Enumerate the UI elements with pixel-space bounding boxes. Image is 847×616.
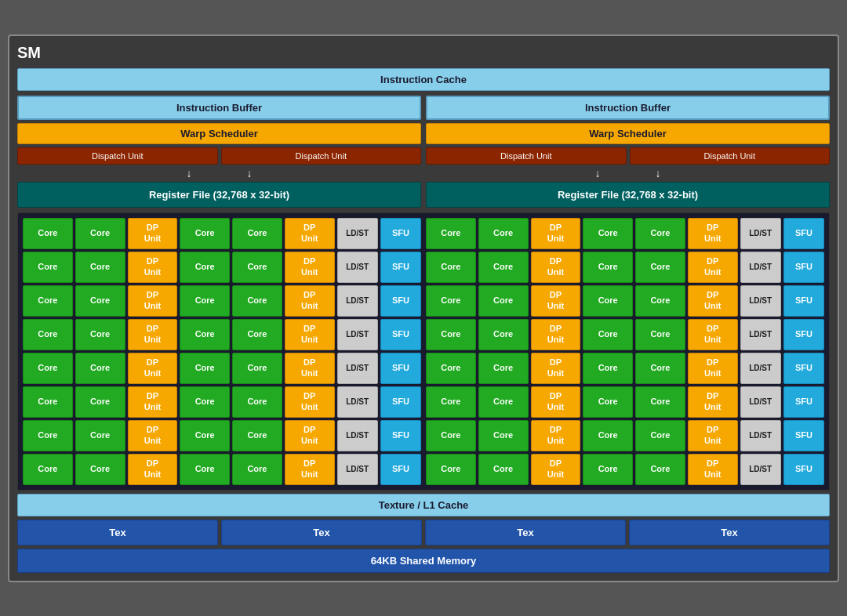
sfu: SFU <box>380 386 421 418</box>
dp-unit: DPUnit <box>285 252 335 283</box>
core: Core <box>478 218 529 249</box>
sfu: SFU <box>380 285 421 317</box>
left-row-8: Core Core DPUnit Core Core DPUnit LD/ST … <box>23 454 421 485</box>
core: Core <box>75 218 125 249</box>
right-cores: Core Core DPUnit Core Core DPUnit LD/ST … <box>426 218 824 485</box>
left-half: Instruction Buffer Warp Scheduler Dispat… <box>17 96 421 208</box>
dp-unit: DPUnit <box>688 454 738 485</box>
core: Core <box>23 454 73 485</box>
sfu: SFU <box>783 353 824 384</box>
ldst: LD/ST <box>337 454 378 485</box>
core: Core <box>583 353 633 384</box>
dp-unit: DPUnit <box>531 252 581 283</box>
left-row-2: Core Core DPUnit Core Core DPUnit LD/ST … <box>23 252 421 283</box>
core: Core <box>426 386 476 418</box>
left-warp-scheduler: Warp Scheduler <box>17 123 421 144</box>
dp-unit: DPUnit <box>285 386 335 418</box>
core: Core <box>478 319 529 350</box>
instruction-cache: Instruction Cache <box>17 68 830 91</box>
left-row-5: Core Core DPUnit Core Core DPUnit LD/ST … <box>23 353 421 384</box>
ldst: LD/ST <box>740 218 781 249</box>
core: Core <box>232 285 282 317</box>
core: Core <box>23 319 73 350</box>
core: Core <box>75 252 125 283</box>
dp-unit: DPUnit <box>128 353 178 384</box>
dp-unit: DPUnit <box>531 319 581 350</box>
core: Core <box>23 218 73 249</box>
core: Core <box>426 319 476 350</box>
core: Core <box>478 252 529 283</box>
core: Core <box>426 218 476 249</box>
right-row-8: Core Core DPUnit Core Core DPUnit LD/ST … <box>426 454 824 485</box>
dp-unit: DPUnit <box>285 353 335 384</box>
core: Core <box>232 353 282 384</box>
core: Core <box>232 454 282 485</box>
dp-unit: DPUnit <box>285 420 335 451</box>
two-halves: Instruction Buffer Warp Scheduler Dispat… <box>17 96 830 208</box>
core: Core <box>180 252 230 283</box>
ldst: LD/ST <box>337 285 378 317</box>
core: Core <box>583 420 633 451</box>
core: Core <box>583 285 633 317</box>
dp-unit: DPUnit <box>285 319 335 350</box>
tex-4: Tex <box>629 520 830 545</box>
core: Core <box>635 454 685 485</box>
right-row-1: Core Core DPUnit Core Core DPUnit LD/ST … <box>426 218 824 249</box>
dp-unit: DPUnit <box>688 386 738 418</box>
core: Core <box>180 353 230 384</box>
right-instruction-buffer: Instruction Buffer <box>426 96 830 120</box>
core: Core <box>583 319 633 350</box>
core: Core <box>478 353 529 384</box>
dp-unit: DPUnit <box>688 285 738 317</box>
core: Core <box>180 454 230 485</box>
ldst: LD/ST <box>740 454 781 485</box>
core: Core <box>75 454 125 485</box>
core: Core <box>23 386 73 418</box>
core: Core <box>23 420 73 451</box>
dp-unit: DPUnit <box>688 420 738 451</box>
right-row-2: Core Core DPUnit Core Core DPUnit LD/ST … <box>426 252 824 283</box>
left-dispatch-unit-1: Dispatch Unit <box>17 147 218 165</box>
core: Core <box>232 319 282 350</box>
dp-unit: DPUnit <box>688 218 738 249</box>
core: Core <box>478 420 529 451</box>
core: Core <box>426 353 476 384</box>
dp-unit: DPUnit <box>128 285 178 317</box>
sm-container: SM Instruction Cache Instruction Buffer … <box>8 34 839 582</box>
left-dispatch-unit-2: Dispatch Unit <box>221 147 422 165</box>
sfu: SFU <box>380 454 421 485</box>
ldst: LD/ST <box>740 285 781 317</box>
ldst: LD/ST <box>337 218 378 249</box>
bottom-section: Texture / L1 Cache Tex Tex Tex Tex 64KB … <box>17 494 830 573</box>
left-register-file: Register File (32,768 x 32-bit) <box>17 182 421 208</box>
core: Core <box>426 252 476 283</box>
core: Core <box>23 285 73 317</box>
left-dispatch-row: Dispatch Unit Dispatch Unit <box>17 147 421 165</box>
core: Core <box>635 218 685 249</box>
right-dispatch-unit-2: Dispatch Unit <box>630 147 831 165</box>
right-register-file: Register File (32,768 x 32-bit) <box>426 182 830 208</box>
tex-2: Tex <box>221 520 422 545</box>
tex-3: Tex <box>425 520 626 545</box>
sfu: SFU <box>380 353 421 384</box>
dp-unit: DPUnit <box>285 454 335 485</box>
sfu: SFU <box>783 285 824 317</box>
right-half: Instruction Buffer Warp Scheduler Dispat… <box>426 96 830 208</box>
sfu: SFU <box>380 420 421 451</box>
sfu: SFU <box>783 454 824 485</box>
sfu: SFU <box>783 252 824 283</box>
ldst: LD/ST <box>337 386 378 418</box>
main-grid-area: Core Core DPUnit Core Core DPUnit LD/ST … <box>17 212 830 491</box>
right-row-6: Core Core DPUnit Core Core DPUnit LD/ST … <box>426 386 824 418</box>
core: Core <box>635 420 685 451</box>
shared-memory: 64KB Shared Memory <box>17 549 830 573</box>
core: Core <box>180 319 230 350</box>
left-row-4: Core Core DPUnit Core Core DPUnit LD/ST … <box>23 319 421 350</box>
left-instruction-buffer: Instruction Buffer <box>17 96 421 120</box>
left-row-1: Core Core DPUnit Core Core DPUnit LD/ST … <box>23 218 421 249</box>
core: Core <box>478 386 529 418</box>
sfu: SFU <box>380 319 421 350</box>
dp-unit: DPUnit <box>688 353 738 384</box>
dp-unit: DPUnit <box>285 285 335 317</box>
core: Core <box>583 386 633 418</box>
